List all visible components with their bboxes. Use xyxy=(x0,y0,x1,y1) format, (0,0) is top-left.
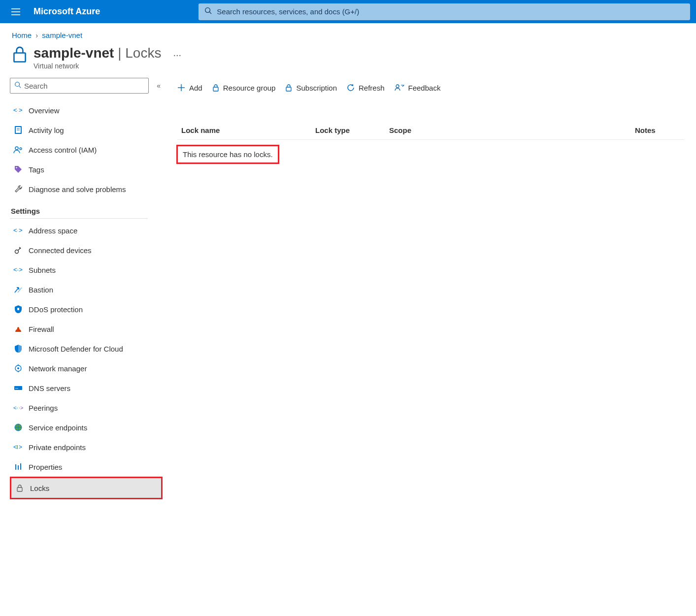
svg-point-31 xyxy=(17,367,19,369)
svg-rect-29 xyxy=(17,308,19,310)
sidebar-item-connected-devices[interactable]: Connected devices xyxy=(10,240,163,260)
locks-table: Lock name Lock type Scope Notes This res… xyxy=(177,121,684,164)
lock-icon xyxy=(12,45,28,65)
top-bar: Microsoft Azure xyxy=(0,0,696,23)
sidebar-item-label: DNS servers xyxy=(29,384,70,392)
svg-text:>: > xyxy=(19,444,22,451)
chevron-right-icon: › xyxy=(35,31,38,39)
more-icon[interactable]: ··· xyxy=(173,49,181,61)
menu-icon[interactable] xyxy=(6,8,26,15)
sidebar-search[interactable] xyxy=(10,78,149,94)
sidebar-item-network-manager[interactable]: Network manager xyxy=(10,358,163,378)
sidebar-item-peerings[interactable]: <··> Peerings xyxy=(10,398,163,418)
feedback-button[interactable]: Feedback xyxy=(395,84,441,92)
sidebar-item-private-endpoints[interactable]: <> Private endpoints xyxy=(10,437,163,457)
tag-icon xyxy=(13,164,24,175)
sidebar-section-settings: Settings xyxy=(10,201,148,219)
sidebar-item-label: Firewall xyxy=(29,325,54,333)
collapse-icon[interactable]: « xyxy=(155,80,163,92)
properties-icon xyxy=(13,461,24,472)
sidebar-item-label: Overview xyxy=(29,106,60,115)
search-icon xyxy=(14,81,21,90)
global-search[interactable] xyxy=(199,3,690,20)
sidebar-item-overview[interactable]: <·> Overview xyxy=(10,100,163,120)
resource-group-button[interactable]: Resource group xyxy=(212,84,276,92)
firewall-icon xyxy=(13,324,24,334)
sidebar-item-label: Subnets xyxy=(29,266,56,274)
svg-text:·: · xyxy=(17,228,18,233)
sidebar-item-locks[interactable]: Locks xyxy=(11,478,161,498)
plus-icon xyxy=(177,84,185,92)
sidebar-item-access-control[interactable]: Access control (IAM) xyxy=(10,140,163,160)
svg-point-15 xyxy=(15,147,18,150)
sidebar-item-diagnose[interactable]: Diagnose and solve problems xyxy=(10,179,163,199)
subscription-button[interactable]: Subscription xyxy=(285,84,337,92)
plug-icon xyxy=(13,245,24,256)
svg-line-4 xyxy=(210,12,212,14)
sidebar-item-label: Private endpoints xyxy=(29,443,86,452)
svg-rect-46 xyxy=(17,487,22,491)
add-button[interactable]: Add xyxy=(177,84,202,92)
global-search-input[interactable] xyxy=(217,7,684,16)
refresh-button[interactable]: Refresh xyxy=(347,84,385,92)
svg-point-51 xyxy=(396,85,399,88)
svg-rect-50 xyxy=(286,87,291,91)
sidebar-item-tags[interactable]: Tags xyxy=(10,160,163,179)
column-lock-type[interactable]: Lock type xyxy=(315,126,389,134)
sidebar-item-label: Network manager xyxy=(29,364,87,373)
highlight-empty-message: This resource has no locks. xyxy=(176,145,279,164)
svg-text:>: > xyxy=(19,107,23,114)
breadcrumb-current[interactable]: sample-vnet xyxy=(42,31,82,39)
svg-point-6 xyxy=(15,82,20,87)
feedback-icon xyxy=(395,84,404,92)
sidebar-item-dns[interactable]: ··· DNS servers xyxy=(10,378,163,398)
svg-text:·>: ·> xyxy=(19,405,23,411)
brand-label[interactable]: Microsoft Azure xyxy=(33,6,100,17)
column-notes[interactable]: Notes xyxy=(635,126,684,134)
sidebar-item-label: Service endpoints xyxy=(29,423,87,432)
address-space-icon: <·> xyxy=(13,225,24,236)
lock-icon xyxy=(285,84,292,92)
svg-rect-49 xyxy=(213,87,218,91)
column-scope[interactable]: Scope xyxy=(389,126,635,134)
command-bar: Add Resource group Subscription Refresh … xyxy=(177,78,684,97)
breadcrumb-home[interactable]: Home xyxy=(12,31,32,39)
cmd-label: Resource group xyxy=(223,84,276,92)
sidebar-item-label: Microsoft Defender for Cloud xyxy=(29,345,123,353)
wrench-icon xyxy=(13,184,24,195)
table-header-row: Lock name Lock type Scope Notes xyxy=(177,121,684,140)
column-lock-name[interactable]: Lock name xyxy=(177,126,315,134)
main-panel: Add Resource group Subscription Refresh … xyxy=(163,78,696,499)
gear-network-icon xyxy=(13,363,24,374)
breadcrumb: Home › sample-vnet xyxy=(0,23,696,41)
defender-icon xyxy=(13,343,24,354)
subnets-icon: <·> xyxy=(13,264,24,275)
bastion-icon xyxy=(13,284,24,295)
sidebar-item-firewall[interactable]: Firewall xyxy=(10,319,163,339)
sidebar-item-service-endpoints[interactable]: Service endpoints xyxy=(10,418,163,437)
svg-point-21 xyxy=(15,250,19,254)
sidebar-item-activity-log[interactable]: Activity log xyxy=(10,120,163,140)
svg-text:···: ··· xyxy=(15,387,18,390)
sidebar-item-label: Activity log xyxy=(29,126,64,134)
sidebar-item-ddos[interactable]: DDoS protection xyxy=(10,299,163,319)
page-subtitle: Virtual network xyxy=(33,62,161,70)
svg-text:·: · xyxy=(17,108,18,113)
svg-point-17 xyxy=(16,167,17,168)
sidebar-item-defender[interactable]: Microsoft Defender for Cloud xyxy=(10,339,163,358)
sidebar-item-address-space[interactable]: <·> Address space xyxy=(10,221,163,240)
private-endpoint-icon: <> xyxy=(13,442,24,453)
shield-icon xyxy=(13,304,24,315)
sidebar-item-label: Address space xyxy=(29,227,77,235)
svg-point-16 xyxy=(20,148,22,150)
sidebar-item-label: Diagnose and solve problems xyxy=(29,185,126,194)
sidebar-item-label: Connected devices xyxy=(29,246,92,255)
svg-rect-5 xyxy=(14,53,25,62)
search-icon xyxy=(204,7,212,16)
sidebar-item-label: Access control (IAM) xyxy=(29,146,97,154)
sidebar-item-subnets[interactable]: <·> Subnets xyxy=(10,260,163,280)
sidebar-item-properties[interactable]: Properties xyxy=(10,457,163,477)
globe-icon xyxy=(13,422,24,433)
sidebar-search-input[interactable] xyxy=(24,82,144,90)
sidebar-item-bastion[interactable]: Bastion xyxy=(10,280,163,299)
